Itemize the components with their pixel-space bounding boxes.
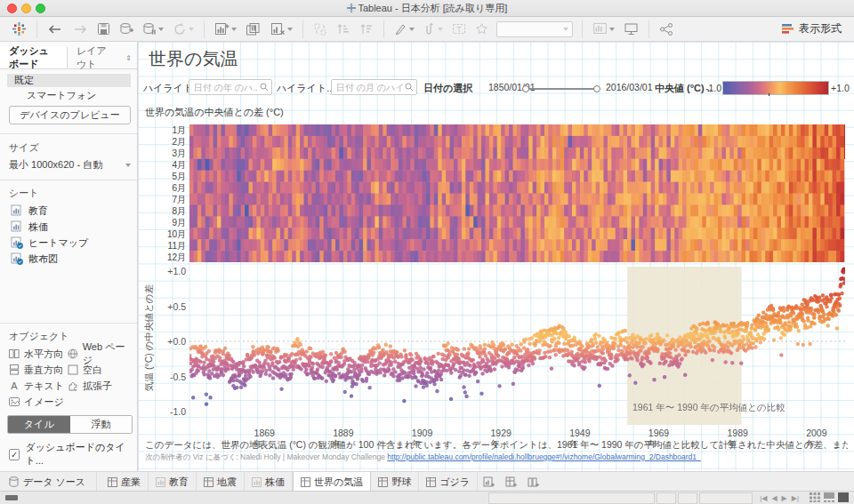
minimize-window-button[interactable]: [21, 4, 31, 13]
slider-handle-left[interactable]: [522, 85, 529, 92]
status-grip: [5, 495, 18, 500]
swap-rows-columns-button[interactable]: [310, 19, 330, 40]
highlight-year-input[interactable]: [189, 79, 272, 95]
date-range-end: 2016/03/01: [606, 82, 653, 92]
close-window-button[interactable]: [7, 4, 17, 13]
new-story-tab-button[interactable]: [522, 472, 544, 492]
floating-button[interactable]: 浮動: [70, 416, 133, 433]
highlight-button[interactable]: [391, 19, 417, 40]
object-item-image[interactable]: イメージ: [9, 394, 68, 410]
sheet-list-item[interactable]: 株価: [0, 219, 137, 235]
show-me-button[interactable]: 表示形式: [777, 20, 847, 38]
view-tabs-button[interactable]: [810, 492, 820, 504]
sheet-tab-株価[interactable]: 株価: [245, 472, 293, 492]
svg-text:A: A: [11, 380, 18, 391]
next-sheet-button[interactable]: ▶: [782, 494, 787, 502]
object-item-extension[interactable]: 拡張子: [68, 378, 133, 394]
undo-button[interactable]: [44, 19, 66, 40]
save-button[interactable]: [94, 19, 113, 40]
dashboard-canvas: 世界の気温 ハイライト.. ハイライト.. 日付の選択 1850/01/01 2…: [138, 42, 854, 471]
first-sheet-button[interactable]: |◀: [760, 494, 767, 502]
sheet-tab-世界の気温[interactable]: 世界の気温: [293, 472, 371, 492]
maximize-window-button[interactable]: [36, 4, 45, 13]
sort-descending-button[interactable]: [357, 19, 376, 40]
object-item-vertical-container[interactable]: 垂直方向: [9, 362, 68, 378]
new-data-source-button[interactable]: [117, 19, 136, 40]
search-icon: [405, 83, 414, 92]
last-sheet-button[interactable]: ▶|: [792, 494, 799, 502]
device-preview-button[interactable]: デバイスのプレビュー: [9, 106, 131, 124]
chevron-updown-icon[interactable]: ⇕: [120, 47, 137, 68]
heatmap-sheet-title: 世界の気温の中央値との差 (°C): [145, 106, 284, 119]
new-worksheet-button[interactable]: [212, 19, 239, 40]
view-filmstrip-button[interactable]: [824, 492, 834, 504]
checkbox-checked-icon[interactable]: ✓: [9, 449, 20, 460]
object-item-blank[interactable]: 空白: [68, 362, 133, 378]
sheet-tab-教育[interactable]: 教育: [149, 472, 197, 492]
sheet-tab-label: 地震: [217, 476, 237, 489]
dashboard-title-checkbox-row[interactable]: ✓ ダッシュボードのタイト...: [9, 441, 137, 468]
clear-sheet-button[interactable]: [268, 19, 295, 40]
view-sheet-button[interactable]: [838, 492, 849, 504]
sheet-tab-ゴジラ[interactable]: ゴジラ: [419, 472, 478, 492]
worksheet-tab-icon: [252, 477, 262, 487]
status-field: [678, 492, 697, 504]
objects-grid: 水平方向Web ページ垂直方向空白Aテキスト拡張子イメージ: [9, 346, 133, 410]
new-worksheet-tab-button[interactable]: [478, 472, 500, 492]
device-default-row[interactable]: 既定: [7, 74, 131, 87]
sort-ascending-button[interactable]: [334, 19, 353, 40]
sheet-list-item[interactable]: ヒートマップ: [0, 235, 137, 251]
redo-button[interactable]: [69, 19, 91, 40]
object-item-web-page[interactable]: Web ページ: [68, 346, 133, 362]
size-dropdown[interactable]: 最小 1000x620 - 自動: [9, 158, 131, 172]
fit-selector[interactable]: [590, 19, 617, 40]
format-workbook-button[interactable]: [421, 19, 446, 40]
highlight-month-input[interactable]: [331, 79, 417, 95]
object-item-horizontal-container[interactable]: 水平方向: [9, 346, 68, 362]
extension-icon: [68, 380, 78, 391]
data-source-icon: [9, 476, 19, 487]
heatmap-month-label: 1月: [138, 124, 186, 137]
fix-axes-combobox[interactable]: [496, 21, 573, 37]
highlight-month-label: ハイライト..: [277, 82, 332, 95]
new-dashboard-tab-button[interactable]: [500, 472, 522, 492]
sheet-tabs: 産業教育地震株価世界の気温野球ゴジラ: [101, 472, 478, 492]
date-range-slider[interactable]: [522, 85, 600, 92]
tab-dashboard[interactable]: ダッシュボード: [0, 47, 68, 68]
sheets-heading: シート: [9, 187, 39, 200]
share-button[interactable]: [657, 19, 676, 40]
object-label: 空白: [83, 364, 102, 377]
dashboard-caption: このデータには、世界の地表気温 (°C) の観測値が 100 件含まれています。…: [145, 439, 848, 452]
duplicate-sheet-button[interactable]: [243, 19, 264, 40]
object-item-text[interactable]: Aテキスト: [9, 378, 68, 394]
credit-link[interactable]: http://public.tableau.com/profile/naledi…: [387, 452, 701, 461]
tableau-logo-icon[interactable]: [9, 19, 29, 40]
color-legend-gradient[interactable]: [722, 81, 829, 95]
sheet-list-item[interactable]: 散布図: [0, 251, 137, 267]
heatmap-month-label: 10月: [138, 228, 186, 241]
sheet-tab-bar: データ ソース 産業教育地震株価世界の気温野球ゴジラ: [0, 471, 854, 492]
run-update-button[interactable]: [170, 19, 197, 40]
sheet-tab-野球[interactable]: 野球: [371, 472, 419, 492]
presentation-mode-button[interactable]: [621, 19, 641, 40]
sheet-list-item[interactable]: 教育: [0, 203, 137, 219]
horizontal-container-icon: [9, 348, 20, 359]
legend-max-value: +1.0: [831, 83, 850, 93]
slider-handle-right[interactable]: [593, 85, 600, 92]
sheet-tab-地震[interactable]: 地震: [197, 472, 245, 492]
blank-icon: [68, 364, 78, 375]
status-bar: |◀ ◀ ▶ ▶|: [0, 491, 854, 504]
data-source-tab[interactable]: データ ソース: [0, 472, 97, 492]
device-phone-row[interactable]: スマートフォン: [7, 89, 131, 102]
heatmap-marks[interactable]: [189, 124, 845, 262]
tiled-button[interactable]: タイル: [8, 416, 70, 433]
heatmap-month-label: 9月: [138, 217, 186, 229]
tab-layout[interactable]: レイアウト: [68, 47, 120, 68]
show-mark-labels-button[interactable]: [472, 19, 491, 40]
text-label-button[interactable]: T: [449, 19, 469, 40]
sheet-tab-産業[interactable]: 産業: [101, 472, 149, 492]
show-me-icon: [782, 23, 794, 35]
pause-auto-updates-button[interactable]: [140, 19, 166, 40]
prev-sheet-button[interactable]: ◀: [771, 494, 777, 502]
objects-heading: オブジェクト: [9, 330, 69, 343]
